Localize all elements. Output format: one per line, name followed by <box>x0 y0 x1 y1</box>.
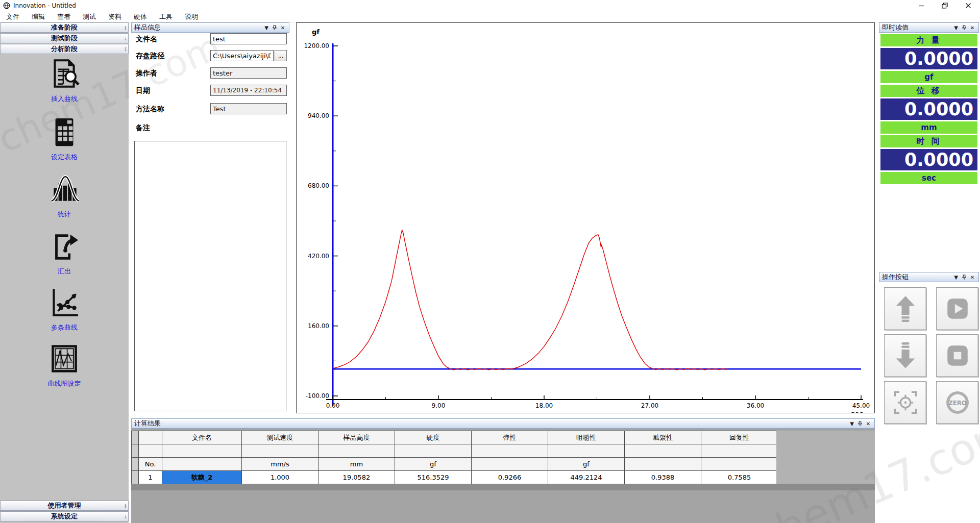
chevron-down-icon[interactable]: ▼ <box>952 24 960 31</box>
menu-item-4[interactable]: 资料 <box>102 12 128 21</box>
target-icon <box>892 389 919 416</box>
col-header-3[interactable]: 硬度 <box>395 431 472 444</box>
stop-icon <box>945 343 970 368</box>
sidebar-tool-0[interactable]: 插入曲线 <box>0 57 129 104</box>
y-tick-label: 160.00 <box>308 322 329 330</box>
results-empty-area <box>776 431 875 484</box>
tool-label: 插入曲线 <box>0 94 129 104</box>
y-axis-unit-label: gf <box>312 28 320 36</box>
close-button[interactable] <box>957 0 980 11</box>
close-icon[interactable]: ✕ <box>279 24 286 31</box>
col-header-2[interactable]: 样品高度 <box>318 431 395 444</box>
close-icon[interactable]: ✕ <box>865 420 872 427</box>
file-name-cell[interactable]: 软糖_2 <box>162 471 242 484</box>
sidebar-tool-2[interactable]: 统计 <box>0 172 129 219</box>
field-label-remark: 备注 <box>136 123 150 133</box>
row-grip[interactable] <box>132 471 139 484</box>
value-cell-0-4[interactable]: 449.2124 <box>548 471 625 484</box>
restore-button[interactable] <box>933 0 957 11</box>
x-tick-label: 36.00 <box>747 402 764 409</box>
realtime-readings-panel: 即时读值 ▼ ✕ 力 量0.0000gf位 移0.0000mm时 间0.0000… <box>879 22 979 189</box>
method-input[interactable] <box>210 103 287 114</box>
run-button[interactable] <box>936 287 978 330</box>
sidebar-item-bottom-1[interactable]: 系统设定⁞ <box>0 511 129 521</box>
reading-unit-1: mm <box>880 121 977 134</box>
sidebar-tool-5[interactable]: 曲线图设定 <box>0 342 129 388</box>
grip-dots-icon: ⁞ <box>125 502 127 511</box>
menu-item-5[interactable]: 硬体 <box>128 12 153 21</box>
filename-input[interactable] <box>210 33 287 44</box>
value-cell-0-3[interactable]: 0.9266 <box>472 471 548 484</box>
header-spacer-cell <box>625 444 701 458</box>
x-tick-label: 9.00 <box>432 402 446 409</box>
close-icon[interactable]: ✕ <box>969 24 976 31</box>
play-icon <box>945 296 970 321</box>
target-button[interactable] <box>884 381 926 424</box>
zero-button[interactable]: ZERO <box>936 381 978 424</box>
date-input[interactable] <box>210 85 287 96</box>
col-header-6[interactable]: 黏聚性 <box>625 431 701 444</box>
chevron-down-icon[interactable]: ▼ <box>263 24 270 31</box>
results-divider <box>131 484 875 490</box>
menu-item-6[interactable]: 工具 <box>153 12 179 21</box>
value-cell-0-6[interactable]: 0.7585 <box>701 471 778 484</box>
jog-down-button[interactable] <box>884 334 926 377</box>
row-number-cell[interactable]: 1 <box>139 471 162 484</box>
browse-button[interactable]: ... <box>275 50 287 61</box>
x-axis-unit-label: sec <box>851 410 863 413</box>
menu-item-0[interactable]: 文件 <box>0 12 26 21</box>
value-cell-0-1[interactable]: 19.0582 <box>318 471 395 484</box>
sidebar-top-items: 准备阶段⁞测试阶段⁞分析阶段⁞ <box>0 22 129 54</box>
sidebar-item-bottom-0[interactable]: 使用者管理⁞ <box>0 501 129 511</box>
header-spacer-cell <box>395 444 472 458</box>
pin-icon[interactable] <box>271 24 278 31</box>
close-icon[interactable]: ✕ <box>969 273 976 281</box>
svg-text:ZERO: ZERO <box>948 400 967 407</box>
menu-item-1[interactable]: 编辑 <box>26 12 51 21</box>
tool-label: 曲线图设定 <box>0 379 129 388</box>
x-tick-label: 45.00 <box>852 402 870 409</box>
pin-icon[interactable] <box>961 273 968 281</box>
col-header-0[interactable]: 文件名 <box>162 431 242 444</box>
value-cell-0-5[interactable]: 0.9388 <box>625 471 701 484</box>
series-force-curve <box>333 230 728 370</box>
col-header-4[interactable]: 弹性 <box>472 431 548 444</box>
stop-button[interactable] <box>936 334 978 377</box>
col-header-1[interactable]: 测试速度 <box>242 431 318 444</box>
menu-item-3[interactable]: 测试 <box>77 12 102 21</box>
remark-textarea[interactable] <box>134 141 286 411</box>
results-table: 文件名测试速度样品高度硬度弹性咀嚼性黏聚性回复性No.mm/smmgfgf1软糖… <box>131 431 778 484</box>
header-spacer-cell <box>701 444 778 458</box>
ops-header: 操作按钮 ▼ ✕ <box>879 272 979 282</box>
operator-input[interactable] <box>210 67 287 79</box>
sidebar-item-stage-0[interactable]: 准备阶段⁞ <box>0 22 129 33</box>
arrow-down-icon <box>892 342 919 369</box>
sample-info-panel: 样品信息 ▼ ✕ 文件名 存盘路径 ... 操作者 日期 方法名称 备注 <box>131 22 289 413</box>
menu-item-2[interactable]: 查看 <box>51 12 77 21</box>
grip-dots-icon: ⁞ <box>125 23 127 33</box>
chevron-down-icon[interactable]: ▼ <box>848 420 855 427</box>
sidebar-tool-4[interactable]: 多条曲线 <box>0 286 129 332</box>
sidebar-tool-3[interactable]: 汇出 <box>0 230 129 276</box>
minimize-button[interactable] <box>910 0 933 11</box>
col-header-5[interactable]: 咀嚼性 <box>548 431 625 444</box>
window-title: Innovation - Untitled <box>13 2 76 9</box>
col-header-7[interactable]: 回复性 <box>701 431 778 444</box>
value-cell-0-2[interactable]: 516.3529 <box>395 471 472 484</box>
chevron-down-icon[interactable]: ▼ <box>952 273 960 281</box>
pin-icon[interactable] <box>856 420 864 427</box>
sidebar: 准备阶段⁞测试阶段⁞分析阶段⁞ 插入曲线设定表格统计汇出多条曲线曲线图设定 使用… <box>0 22 129 523</box>
reading-value-1: 0.0000 <box>880 98 977 120</box>
unit-cell-5: gf <box>548 458 625 471</box>
savepath-input[interactable] <box>210 50 274 61</box>
x-tick-label: 27.00 <box>641 402 658 409</box>
sidebar-item-stage-2[interactable]: 分析阶段⁞ <box>0 44 129 54</box>
menu-item-7[interactable]: 说明 <box>179 12 204 21</box>
sidebar-item-stage-1[interactable]: 测试阶段⁞ <box>0 33 129 43</box>
jog-up-button[interactable] <box>884 287 926 330</box>
pin-icon[interactable] <box>961 24 968 31</box>
sidebar-tool-1[interactable]: 设定表格 <box>0 115 129 162</box>
tool-label: 设定表格 <box>0 153 129 162</box>
row-grip <box>132 431 139 444</box>
value-cell-0-0[interactable]: 1.000 <box>242 471 318 484</box>
